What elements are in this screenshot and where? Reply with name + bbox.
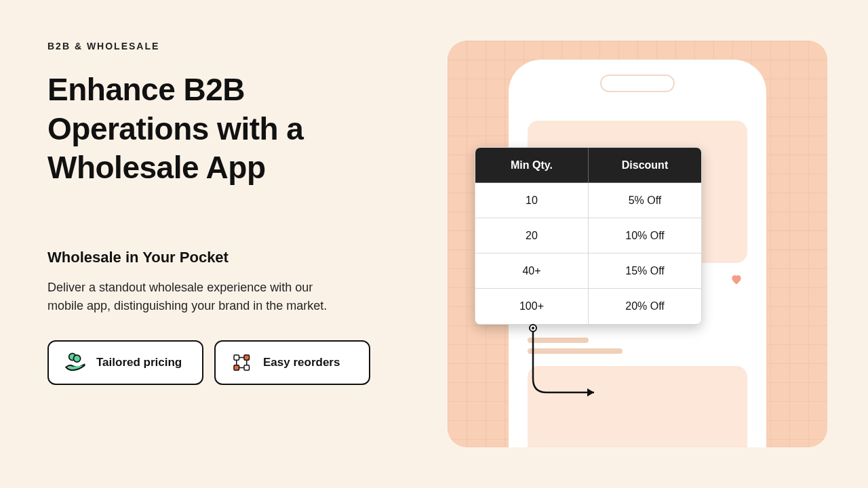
table-row: 20 10% Off	[475, 218, 701, 253]
svg-rect-5	[244, 365, 250, 371]
feature-pill-row: Tailored pricing Easy reorders	[47, 340, 400, 385]
body-copy: Deliver a standout wholesale experience …	[47, 279, 339, 317]
svg-rect-2	[234, 355, 239, 361]
svg-rect-3	[244, 355, 250, 361]
cell-qty: 100+	[475, 289, 589, 324]
right-column: Min Qty. Discount 10 5% Off 20 10% Off 4…	[427, 41, 827, 447]
table-row: 10 5% Off	[475, 183, 701, 218]
phone-notch	[600, 75, 675, 92]
table-header-qty: Min Qty.	[475, 148, 589, 183]
cell-discount: 10% Off	[589, 218, 701, 253]
svg-rect-4	[234, 365, 239, 371]
table-header-discount: Discount	[589, 148, 701, 183]
illustration-card: Min Qty. Discount 10 5% Off 20 10% Off 4…	[448, 41, 827, 447]
cell-discount: 20% Off	[589, 289, 701, 324]
table-row: 40+ 15% Off	[475, 253, 701, 289]
table-row: 100+ 20% Off	[475, 289, 701, 324]
svg-point-1	[73, 355, 80, 362]
cell-qty: 10	[475, 183, 589, 218]
placeholder-line	[528, 338, 589, 343]
headline: Enhance B2B Operations with a Wholesale …	[47, 70, 400, 188]
cell-qty: 20	[475, 218, 589, 253]
placeholder-line	[528, 348, 623, 354]
table-header-row: Min Qty. Discount	[475, 148, 701, 183]
cell-discount: 5% Off	[589, 183, 701, 218]
eyebrow: B2B & WHOLESALE	[47, 41, 400, 52]
feature-pill-easy-reorders: Easy reorders	[214, 340, 370, 385]
discount-table: Min Qty. Discount 10 5% Off 20 10% Off 4…	[475, 147, 702, 325]
subheadline: Wholesale in Your Pocket	[47, 249, 400, 266]
feature-pill-label: Tailored pricing	[96, 356, 182, 369]
page: B2B & WHOLESALE Enhance B2B Operations w…	[0, 0, 868, 488]
cell-discount: 15% Off	[589, 253, 701, 289]
left-column: B2B & WHOLESALE Enhance B2B Operations w…	[47, 41, 400, 447]
heart-icon	[730, 272, 743, 286]
reorder-nodes-icon	[231, 351, 254, 374]
cell-qty: 40+	[475, 253, 589, 289]
hand-coins-icon	[64, 351, 87, 374]
feature-pill-label: Easy reorders	[263, 356, 340, 369]
placeholder-block	[528, 366, 747, 447]
feature-pill-tailored-pricing: Tailored pricing	[47, 340, 203, 385]
